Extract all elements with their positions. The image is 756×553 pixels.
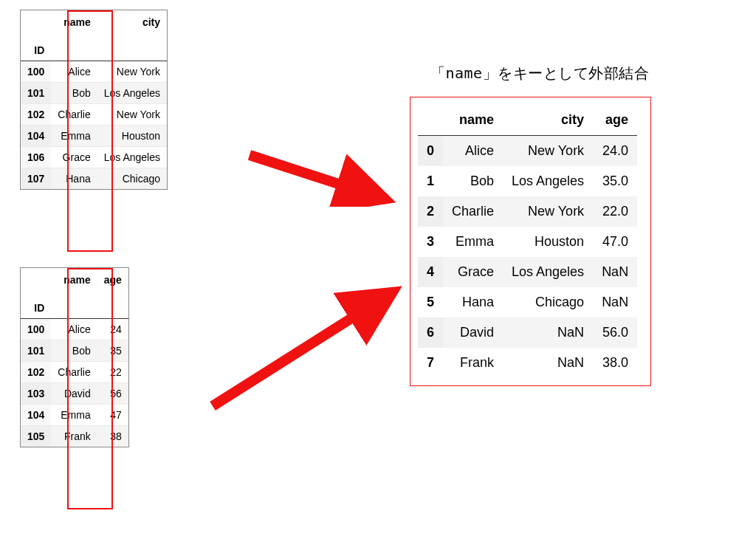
source-table-2: name age ID 100Alice24 101Bob35 102Charl… xyxy=(20,267,129,447)
result-table-container: name city age 0AliceNew York24.0 1BobLos… xyxy=(410,97,651,386)
table2-col-age: age xyxy=(97,268,128,298)
result-col-age: age xyxy=(593,105,637,136)
table-row: 2CharlieNew York22.0 xyxy=(418,196,637,227)
table2-col-name: name xyxy=(51,268,97,298)
result-col-name: name xyxy=(443,105,503,136)
table-row: 104Emma47 xyxy=(21,405,128,426)
svg-line-1 xyxy=(250,155,386,199)
table-row: 102CharlieNew York xyxy=(21,104,167,126)
table-row: 100AliceNew York xyxy=(21,61,167,83)
table-row: 106GraceLos Angeles xyxy=(21,147,167,168)
table-row: 100Alice24 xyxy=(21,319,128,340)
table1-col-city: city xyxy=(97,10,167,40)
source-table-1: name city ID 100AliceNew York 101BobLos … xyxy=(20,10,168,190)
table-row: 104EmmaHouston xyxy=(21,126,167,147)
table-row: 101BobLos Angeles xyxy=(21,83,167,104)
table1-index-label: ID xyxy=(21,40,51,61)
table1-col-name: name xyxy=(51,10,97,40)
table-row: 1BobLos Angeles35.0 xyxy=(418,166,637,196)
diagram-title: 「name」をキーとして外部結合 xyxy=(430,63,649,83)
table-row: 3EmmaHouston47.0 xyxy=(418,227,637,257)
table-row: 105Frank38 xyxy=(21,426,128,447)
table-row: 5HanaChicagoNaN xyxy=(418,287,637,317)
table-row: 103David56 xyxy=(21,383,128,405)
table-row: 6DavidNaN56.0 xyxy=(418,317,637,348)
table-row: 107HanaChicago xyxy=(21,168,167,190)
svg-line-3 xyxy=(213,292,394,406)
table2-index-label: ID xyxy=(21,298,51,319)
result-table: name city age 0AliceNew York24.0 1BobLos… xyxy=(418,105,637,378)
arrow-icon xyxy=(205,281,405,413)
table-row: 101Bob35 xyxy=(21,340,128,362)
result-col-city: city xyxy=(503,105,593,136)
table-row: 7FrankNaN38.0 xyxy=(418,348,637,378)
table-row: 4GraceLos AngelesNaN xyxy=(418,257,637,287)
table-row: 102Charlie22 xyxy=(21,362,128,383)
table-row: 0AliceNew York24.0 xyxy=(418,136,637,167)
arrow-icon xyxy=(242,140,401,207)
